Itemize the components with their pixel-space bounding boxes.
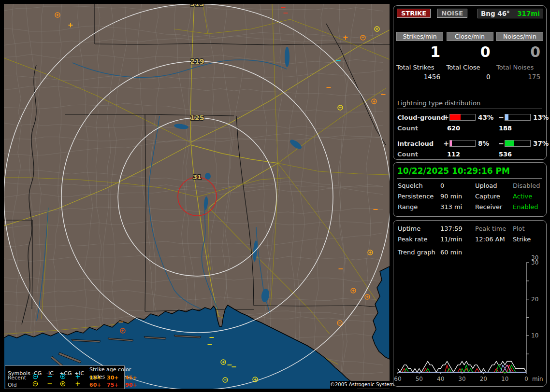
intracloud-label: Intracloud — [397, 140, 443, 147]
plus-sign: + — [443, 113, 449, 121]
squelch-row: Squelch 0 Upload Disabled — [398, 182, 546, 189]
svg-text:313: 313 — [190, 4, 204, 8]
receiver-label: Receiver — [475, 203, 513, 210]
counters-panel: STRIKE NOISE Bng 46° 317mi Strikes/min 1… — [393, 5, 547, 160]
total-close-label: Total Close — [447, 64, 493, 71]
minus-sign: − — [498, 140, 505, 147]
svg-text:219: 219 — [190, 57, 204, 65]
capture-label: Capture — [475, 193, 513, 200]
capture-status: Active — [513, 193, 546, 200]
total-strikes-value: 1456 — [396, 73, 443, 81]
total-close-value: 0 — [447, 73, 493, 81]
range-row: Range 313 mi Receiver Enabled — [398, 203, 546, 210]
cg-count-label: Count — [397, 125, 447, 132]
plus-sign: + — [443, 140, 449, 147]
strike-age-code: 90+ — [125, 381, 140, 389]
cg-minus-bar-fill — [505, 114, 508, 120]
upload-status: Disabled — [513, 182, 546, 189]
ic-minus-bar-fill — [505, 140, 514, 146]
cg-plus-bar-fill — [450, 114, 461, 120]
svg-text:20: 20 — [531, 296, 538, 303]
svg-text:125: 125 — [190, 114, 204, 122]
strikes-per-min-chip: Strikes/min — [396, 32, 443, 41]
total-noises-value: 175 — [496, 73, 543, 81]
plus-symbol-icon — [74, 380, 89, 389]
cloud-ground-row: Cloud-ground + 43% − 13% — [397, 113, 542, 121]
ic-plus-count: 112 — [447, 151, 499, 158]
ic-plus-bar — [449, 140, 476, 147]
bearing-readout: Bng 46° 317mi — [478, 9, 543, 18]
legend-recent-label: Recent — [8, 374, 32, 381]
bearing-label: Bng 46° — [481, 10, 510, 17]
ic-plus-bar-fill — [450, 140, 452, 146]
legend-header-row: Symbols -CG -IC +CG +IC Strike age color… — [5, 366, 124, 373]
trend-panel: 102030306050403020100min Uptime 137:59 P… — [393, 220, 547, 387]
circle-plus-symbol-icon — [59, 380, 74, 389]
svg-text:40: 40 — [437, 376, 444, 382]
noise-button[interactable]: NOISE — [437, 9, 467, 18]
ic-minus-count: 536 — [499, 151, 542, 158]
svg-text:20: 20 — [480, 376, 487, 382]
persistence-row: Persistence 90 min Capture Active — [398, 193, 546, 200]
squelch-value: 0 — [440, 182, 475, 189]
bearing-distance: 317mi — [517, 10, 540, 17]
intracloud-count-row: Count 112 536 — [397, 151, 542, 158]
strike-age-code: 45+ — [125, 374, 140, 381]
svg-text:50: 50 — [416, 376, 423, 382]
ic-minus-percent: 37% — [531, 140, 545, 147]
legend-old-row: Old 60+75+90+ — [5, 380, 124, 388]
svg-text:30: 30 — [458, 376, 465, 382]
svg-text:min: min — [532, 376, 543, 382]
persistence-label: Persistence — [398, 193, 440, 200]
rate-counters: Strikes/min 1 Total Strikes 1456 Close/m… — [393, 32, 546, 81]
total-strikes-label: Total Strikes — [396, 64, 443, 71]
close-per-min-value: 0 — [447, 44, 493, 60]
cg-plus-percent: 43% — [476, 113, 498, 121]
minus-sign: − — [498, 113, 505, 121]
noises-counter: Noises/min 0 Total Noises 175 — [496, 32, 543, 81]
strike-age-code: 15+ — [89, 374, 107, 381]
legend-old-label: Old — [8, 381, 32, 389]
upload-label: Upload — [475, 182, 513, 189]
distribution-title: Lightning type distribution — [397, 99, 542, 109]
squelch-label: Squelch — [398, 182, 440, 189]
cg-minus-percent: 13% — [531, 113, 545, 121]
legend-recent-row: Recent 15+30+45+ — [5, 373, 124, 380]
map-canvas[interactable]: 31321912531 — [4, 4, 390, 389]
copyright-notice: ©2005 Astrogenic Systems — [330, 381, 390, 389]
svg-text:30: 30 — [531, 254, 538, 261]
cloud-ground-label: Cloud-ground — [397, 114, 443, 121]
status-panel: 10/22/2025 10:29:16 PM Squelch 0 Upload … — [393, 162, 547, 217]
circle-minus-symbol-icon — [32, 380, 46, 389]
svg-text:31: 31 — [193, 173, 202, 181]
strikes-counter: Strikes/min 1 Total Strikes 1456 — [396, 32, 443, 81]
strike-button[interactable]: STRIKE — [397, 9, 431, 18]
total-noises-label: Total Noises — [496, 64, 543, 71]
trend-graph: 102030306050403020100min — [393, 221, 546, 386]
ic-plus-percent: 8% — [476, 140, 498, 147]
cg-plus-count: 620 — [447, 125, 499, 132]
noises-per-min-value: 0 — [496, 44, 543, 60]
map-legend: Symbols -CG -IC +CG +IC Strike age color… — [5, 365, 125, 389]
range-value: 313 mi — [440, 203, 475, 210]
close-counter: Close/min 0 Total Close 0 — [447, 32, 493, 81]
lightning-map[interactable]: 31321912531 Symbols -CG -IC +CG +IC Stri… — [4, 4, 390, 389]
cg-plus-bar — [449, 114, 476, 121]
strike-age-code: 60+ — [89, 381, 107, 389]
nexstorm-app: 31321912531 Symbols -CG -IC +CG +IC Stri… — [0, 0, 550, 392]
close-per-min-chip: Close/min — [447, 32, 493, 41]
receiver-status: Enabled — [513, 203, 546, 210]
range-label: Range — [398, 203, 440, 210]
svg-text:60: 60 — [394, 376, 401, 382]
svg-text:10: 10 — [501, 376, 508, 382]
minus-symbol-icon — [46, 380, 59, 389]
ic-minus-bar — [505, 140, 531, 147]
noises-per-min-chip: Noises/min — [496, 32, 543, 41]
lightning-distribution: Lightning type distribution Cloud-ground… — [393, 99, 546, 158]
strike-age-code: 75+ — [107, 381, 125, 389]
ic-count-label: Count — [397, 151, 447, 158]
strike-age-code: 30+ — [107, 374, 125, 381]
persistence-value: 90 min — [440, 193, 475, 200]
strikes-per-min-value: 1 — [396, 44, 443, 60]
cg-minus-count: 188 — [499, 125, 542, 132]
